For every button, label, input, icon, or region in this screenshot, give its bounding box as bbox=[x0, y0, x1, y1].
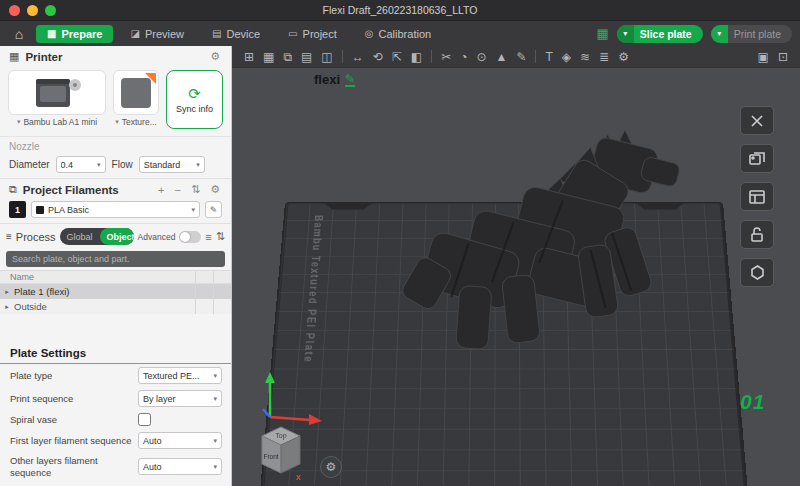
main-area: ▦ Printer ⚙ bbox=[0, 46, 800, 486]
row-print-cell[interactable] bbox=[213, 299, 231, 314]
print-options-chevron-icon[interactable]: ▾ bbox=[711, 25, 728, 43]
scale-icon[interactable]: ⇱ bbox=[392, 51, 402, 63]
row-visibility-cell[interactable] bbox=[195, 284, 213, 299]
split-objects-icon[interactable]: ▤ bbox=[301, 51, 312, 63]
sync-info-button[interactable]: ⟳ Sync info bbox=[166, 70, 223, 129]
navigation-cube[interactable]: Top Front bbox=[252, 420, 310, 482]
chevron-down-icon: ▾ bbox=[115, 118, 119, 126]
filament-sync-icon[interactable]: ⇅ bbox=[189, 183, 202, 196]
cut-icon[interactable]: ✂ bbox=[441, 51, 451, 63]
search-input[interactable] bbox=[6, 251, 225, 267]
outline-row-label: Outside bbox=[14, 301, 195, 312]
printer-name-dropdown[interactable]: ▾ Bambu Lab A1 mini bbox=[17, 115, 97, 129]
spiral-vase-checkbox[interactable] bbox=[138, 413, 151, 426]
tab-device[interactable]: ▤ Device bbox=[201, 25, 271, 43]
process-compare-icon[interactable]: ⇅ bbox=[216, 230, 225, 243]
move-icon[interactable]: ↔ bbox=[352, 51, 364, 63]
scope-objects-segment[interactable]: Objects bbox=[100, 228, 134, 245]
tab-prepare[interactable]: ▦ Prepare bbox=[36, 25, 113, 43]
print-sequence-dropdown[interactable]: By layer ▾ bbox=[138, 390, 222, 407]
outline-row-outside[interactable]: ▸ Outside bbox=[0, 299, 231, 314]
remove-filament-icon[interactable]: − bbox=[172, 184, 182, 196]
rotate-icon[interactable]: ⟲ bbox=[373, 51, 383, 63]
advanced-toggle[interactable] bbox=[179, 231, 201, 243]
text-tool-icon[interactable]: T bbox=[545, 51, 552, 63]
plate-list-button[interactable] bbox=[740, 182, 774, 211]
filament-dropdown[interactable]: PLA Basic ▾ bbox=[31, 201, 200, 218]
outline-header: Name bbox=[0, 270, 231, 284]
split-parts-icon[interactable]: ◫ bbox=[321, 51, 332, 63]
tab-calibration-label: Calibration bbox=[379, 28, 432, 40]
tab-preview[interactable]: ◪ Preview bbox=[119, 25, 195, 43]
slice-plate-button[interactable]: ▾ Slice plate bbox=[617, 25, 703, 43]
close-icon bbox=[750, 114, 764, 128]
diameter-dropdown[interactable]: 0.4 ▾ bbox=[56, 156, 106, 173]
viewport: ⊞ ▦ ⧉ ▤ ◫ ↔ ⟲ ⇱ ◧ ✂ ◔ ⊙ ▲ ✎ T ◈ ≋ ≣ bbox=[232, 46, 800, 486]
view-cube-icon[interactable]: ▣ bbox=[758, 51, 769, 63]
plate-settings-header: Plate Settings bbox=[0, 342, 231, 364]
scope-global-segment[interactable]: Global bbox=[60, 228, 100, 245]
boolean-icon[interactable]: ◔ bbox=[460, 51, 467, 63]
plate-settings-button[interactable] bbox=[740, 258, 774, 287]
tabbar-actions: ▦ ▾ Slice plate ▾ Print plate bbox=[596, 25, 792, 43]
fullscreen-icon[interactable]: ⊡ bbox=[778, 51, 788, 63]
nav-cube-top-label[interactable]: Top bbox=[275, 432, 286, 440]
pencil-icon: ✎ bbox=[210, 205, 218, 215]
add-filament-icon[interactable]: + bbox=[156, 184, 166, 196]
diameter-value: 0.4 bbox=[61, 160, 94, 170]
print-sequence-label: Print sequence bbox=[10, 393, 132, 405]
orient-icon[interactable]: ⧉ bbox=[283, 51, 292, 63]
tab-project[interactable]: ▭ Project bbox=[277, 25, 348, 43]
other-layers-sequence-dropdown[interactable]: Auto ▾ bbox=[138, 458, 222, 475]
first-layer-sequence-value: Auto bbox=[143, 436, 210, 446]
layer-height-icon[interactable]: ⚙ bbox=[618, 51, 629, 63]
viewport-canvas[interactable]: flexi ✎ Bambu Textured PEI Plate ▦ PLA/A… bbox=[232, 68, 800, 486]
outline-row-plate1[interactable]: ▸ Plate 1 (flexi) bbox=[0, 284, 231, 299]
arrange-icon[interactable]: ▦ bbox=[263, 51, 274, 63]
process-list-icon[interactable]: ≡ bbox=[205, 231, 211, 243]
slice-options-chevron-icon[interactable]: ▾ bbox=[617, 25, 634, 43]
row-visibility-cell[interactable] bbox=[195, 299, 213, 314]
plate-grid-icon[interactable]: ▦ bbox=[596, 26, 608, 41]
plate-type-dropdown[interactable]: Textured PE... ▾ bbox=[138, 367, 222, 384]
drill-icon[interactable]: ⊙ bbox=[476, 51, 486, 63]
filament-slot-chip[interactable]: 1 bbox=[9, 201, 26, 218]
process-section-header: ≡ Process Global Objects Advanced ≡ ⇅ bbox=[0, 223, 231, 248]
chevron-right-icon[interactable]: ▸ bbox=[0, 288, 14, 296]
filament-settings-gear-icon[interactable]: ⚙ bbox=[208, 183, 222, 196]
printer-card[interactable] bbox=[8, 70, 106, 115]
color-paint-icon[interactable]: ✎ bbox=[516, 51, 526, 63]
print-plate-button[interactable]: ▾ Print plate bbox=[711, 25, 792, 43]
zoom-window-button[interactable] bbox=[45, 5, 56, 16]
diameter-label: Diameter bbox=[9, 159, 50, 170]
printer-icon: ▦ bbox=[9, 50, 19, 63]
first-layer-sequence-dropdown[interactable]: Auto ▾ bbox=[138, 432, 222, 449]
arrange-plate-button[interactable] bbox=[740, 144, 774, 173]
flexi-horse-model[interactable] bbox=[402, 130, 702, 355]
support-paint-icon[interactable]: ▲ bbox=[496, 51, 508, 63]
plate-type-mini-dropdown[interactable]: ▾ Texture... bbox=[115, 115, 156, 129]
chevron-right-icon[interactable]: ▸ bbox=[0, 303, 14, 311]
row-print-cell[interactable] bbox=[213, 284, 231, 299]
tab-calibration[interactable]: ◎ Calibration bbox=[354, 25, 442, 43]
edit-filament-button[interactable]: ✎ bbox=[205, 201, 222, 218]
close-window-button[interactable] bbox=[9, 5, 20, 16]
flow-dropdown[interactable]: Standard ▾ bbox=[139, 156, 205, 173]
delete-plate-button[interactable] bbox=[740, 106, 774, 135]
plate-type-label: Plate type bbox=[10, 370, 132, 382]
svg-tool-icon[interactable]: ◈ bbox=[562, 51, 571, 63]
mirror-icon[interactable]: ◧ bbox=[411, 51, 422, 63]
home-button[interactable]: ⌂ bbox=[8, 26, 30, 42]
plate-settings-section: Plate Settings Plate type Textured PE...… bbox=[0, 342, 231, 482]
rename-plate-pencil-icon[interactable]: ✎ bbox=[345, 73, 355, 87]
measure-icon[interactable]: ≋ bbox=[580, 51, 590, 63]
printer-settings-gear-icon[interactable]: ⚙ bbox=[208, 50, 222, 63]
assembly-icon[interactable]: ≣ bbox=[599, 51, 609, 63]
viewport-settings-button[interactable]: ⚙ bbox=[320, 456, 342, 478]
lock-plate-button[interactable] bbox=[740, 220, 774, 249]
add-plate-icon[interactable]: ⊞ bbox=[244, 51, 254, 63]
minimize-window-button[interactable] bbox=[27, 5, 38, 16]
plate-texture-card[interactable] bbox=[113, 70, 159, 115]
nav-cube-front-label[interactable]: Front bbox=[263, 453, 278, 460]
viewport-toolbar: ⊞ ▦ ⧉ ▤ ◫ ↔ ⟲ ⇱ ◧ ✂ ◔ ⊙ ▲ ✎ T ◈ ≋ ≣ bbox=[232, 46, 800, 68]
